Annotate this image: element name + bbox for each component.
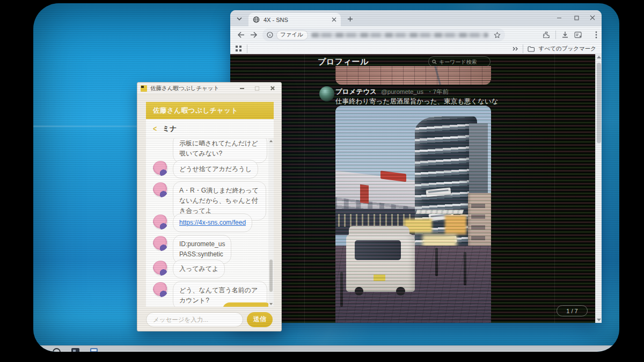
window-minimize-button[interactable] xyxy=(550,10,568,25)
photo-white-van xyxy=(346,226,415,291)
download-icon[interactable] xyxy=(561,31,569,39)
mina-avatar xyxy=(153,161,168,176)
mina-avatar xyxy=(153,215,168,230)
photo-red-sign-2 xyxy=(360,184,369,203)
photo-bollard-1 xyxy=(340,272,343,307)
chat-header-title: 佐藤さん暇つぶしチャット xyxy=(153,106,238,115)
browser-tabstrip: 4X - SNS xyxy=(230,10,602,26)
chat-minimize-button[interactable] xyxy=(236,84,248,93)
chat-titlebar[interactable]: 佐藤さん暇つぶしチャット xyxy=(137,83,281,94)
post-author[interactable]: プロメテウス xyxy=(335,88,377,95)
search-icon xyxy=(432,60,437,64)
mina-avatar xyxy=(153,182,168,197)
tab-search-chevron-icon[interactable] xyxy=(235,14,244,24)
chat-bubble-link: https://4x-sns.com/feed xyxy=(173,213,252,232)
window-maximize-button[interactable] xyxy=(567,10,586,25)
chat-contact-bar: < ミナ xyxy=(146,119,274,138)
taskbar xyxy=(33,345,619,352)
photo-bollard-2 xyxy=(435,248,438,276)
new-tab-button[interactable] xyxy=(345,14,355,24)
previous-post-image-pavement[interactable] xyxy=(335,66,491,85)
bookmark-star-icon[interactable] xyxy=(494,32,501,39)
search-input[interactable] xyxy=(439,59,487,65)
browser-window: 4X - SNS xyxy=(230,10,602,323)
chat-window: 佐藤さん暇つぶしチャット 佐藤さん暇つぶしチャット < ミナ 示板に晒されてたん… xyxy=(137,82,282,331)
sns-feed-column: プロフィール プロメテウス @puromete_us ・7年前 xyxy=(304,54,555,323)
bookmarks-divider xyxy=(247,45,247,53)
browser-tab-active[interactable]: 4X - SNS xyxy=(248,13,341,26)
contact-name: ミナ xyxy=(163,124,177,134)
taskbar-calculator-icon[interactable] xyxy=(90,348,98,352)
page-indicator: 1 / 7 xyxy=(557,305,588,316)
mina-avatar xyxy=(153,236,168,251)
chat-input-bar: 送信 xyxy=(137,307,281,332)
chat-scrollbar-thumb[interactable] xyxy=(269,260,273,292)
bookmarks-bar: すべてのブックマーク xyxy=(230,43,602,54)
chat-bubble: どうせ捨てアカだろうし xyxy=(173,160,258,179)
page-info-icon[interactable] xyxy=(267,32,273,38)
mina-avatar xyxy=(153,282,168,297)
post-timestamp: ・7年前 xyxy=(427,88,449,95)
scroll-down-arrow[interactable] xyxy=(597,319,601,321)
taskbar-circle-icon[interactable] xyxy=(53,348,61,352)
crt-monitor-frame: 4X - SNS xyxy=(0,0,644,362)
browser-scrollbar[interactable] xyxy=(595,54,602,323)
address-bar[interactable]: ファイル xyxy=(262,28,505,41)
back-icon[interactable] xyxy=(235,28,247,41)
scrollbar-thumb[interactable] xyxy=(597,63,601,143)
photo-awning xyxy=(416,210,464,214)
address-url-blurred xyxy=(311,33,488,38)
menu-dots-icon[interactable] xyxy=(595,31,597,39)
all-bookmarks-label[interactable]: すべてのブックマーク xyxy=(539,45,596,53)
extensions-puzzle-icon[interactable] xyxy=(543,31,550,39)
bookmarks-divider-2 xyxy=(523,45,523,53)
folder-icon xyxy=(528,46,535,52)
mina-avatar xyxy=(153,261,168,276)
desktop: 4X - SNS xyxy=(33,3,619,352)
post-image-street-photo[interactable] xyxy=(335,106,491,323)
message-input[interactable] xyxy=(146,312,243,327)
sns-page: プロフィール プロメテウス @puromete_us ・7年前 xyxy=(230,54,602,323)
post-header: プロメテウス @puromete_us ・7年前 xyxy=(335,87,496,97)
photo-bollard-3 xyxy=(464,252,466,285)
back-chevron-icon[interactable]: < xyxy=(153,124,157,133)
toolbar-divider xyxy=(555,31,556,39)
chat-maximize-button[interactable] xyxy=(251,84,263,93)
taskbar-chat-app-icon[interactable] xyxy=(71,348,79,352)
forward-icon[interactable] xyxy=(247,28,260,41)
scroll-up-arrow[interactable] xyxy=(597,56,601,58)
chat-header: 佐藤さん暇つぶしチャット xyxy=(146,102,274,119)
chat-scroll-down-arrow[interactable] xyxy=(269,303,273,305)
overflow-chevrons-icon[interactable] xyxy=(513,47,518,51)
profile-icon[interactable] xyxy=(574,32,582,39)
post-handle[interactable]: @puromete_us xyxy=(381,88,423,95)
toolbar-right-icons xyxy=(543,26,597,43)
keyword-search-box[interactable] xyxy=(428,56,491,67)
tab-title: 4X - SNS xyxy=(264,17,328,23)
tab-close-icon[interactable] xyxy=(332,17,336,22)
send-button[interactable]: 送信 xyxy=(247,312,273,327)
apps-grid-icon[interactable] xyxy=(236,46,241,51)
post-avatar[interactable] xyxy=(319,86,334,101)
chat-messages-area[interactable]: 示板に晒されてたんだけど覗いてみない? どうせ捨てアカだろうし A・R・G潰しま… xyxy=(146,138,274,307)
globe-icon xyxy=(253,16,260,23)
window-close-button[interactable] xyxy=(583,10,602,25)
chat-scrollbar[interactable] xyxy=(268,138,274,307)
chat-close-button[interactable] xyxy=(266,84,278,93)
feed-link[interactable]: https://4x-sns.com/feed xyxy=(179,219,246,226)
post-body-text: 仕事終わり寄った居酒屋旨かった、東京も悪くないな xyxy=(335,97,513,106)
chat-bubble: 入ってみてよ xyxy=(173,260,225,278)
user-message-bubble-partial xyxy=(223,302,272,307)
file-scheme-chip: ファイル xyxy=(276,30,308,40)
chat-scroll-up-arrow[interactable] xyxy=(269,140,273,142)
browser-toolbar: ファイル xyxy=(230,26,602,43)
chat-window-title: 佐藤さん暇つぶしチャット xyxy=(150,85,233,92)
chat-app-icon xyxy=(141,85,147,92)
